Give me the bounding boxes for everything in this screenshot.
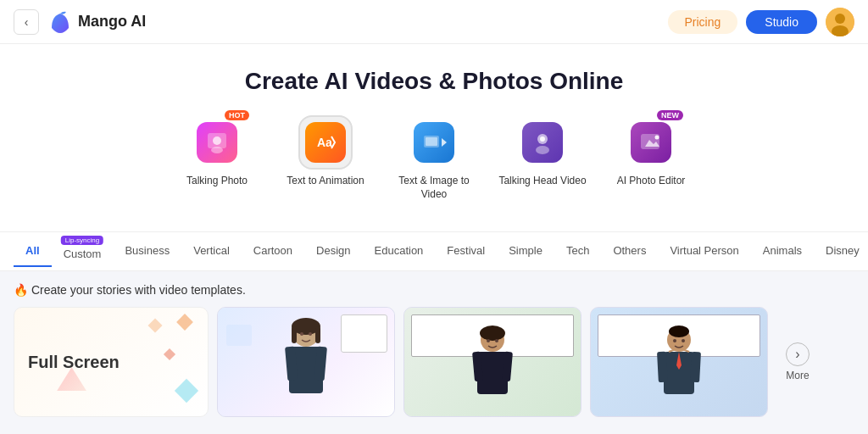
category-tabs: All Lip-syncing Custom Business Vertical…	[0, 231, 868, 271]
cat-tab-animals[interactable]: Animals	[751, 236, 814, 267]
cat-tab-simple[interactable]: Simple	[497, 236, 554, 267]
deco-rect2	[226, 325, 252, 346]
svg-point-23	[309, 332, 312, 336]
person-silhouette3	[645, 323, 713, 416]
cat-tab-education[interactable]: Education	[363, 236, 436, 267]
svg-point-38	[682, 339, 685, 342]
tool-label: Talking Photo	[186, 175, 248, 188]
tool-label: Text to Animation	[287, 175, 364, 188]
svg-point-14	[655, 136, 659, 140]
templates-header: 🔥 Create your stories with video templat…	[14, 283, 854, 297]
svg-rect-33	[657, 352, 668, 383]
tool-icon-wrap	[407, 115, 461, 170]
tool-text-animation[interactable]: Aa Text to Animation	[279, 115, 372, 201]
text-image-video-icon	[414, 122, 454, 163]
cat-tab-festival[interactable]: Festival	[435, 236, 497, 267]
tool-photo-editor[interactable]: NEW AI Photo Editor	[604, 115, 698, 201]
svg-rect-20	[292, 326, 297, 343]
tool-talking-head[interactable]: Talking Head Video	[496, 115, 589, 201]
svg-rect-21	[315, 326, 320, 343]
svg-point-37	[673, 339, 676, 342]
page-title: Create AI Videos & Photos Online	[0, 68, 868, 95]
studio-button[interactable]: Studio	[746, 10, 817, 34]
svg-text:Aa: Aa	[317, 136, 332, 149]
cat-tab-custom[interactable]: Lip-syncing Custom	[52, 232, 114, 270]
new-badge: NEW	[657, 110, 683, 120]
logo-icon	[47, 9, 73, 35]
tool-text-image-video[interactable]: Text & Image to Video	[387, 115, 481, 201]
cat-tab-virtual-person[interactable]: Virtual Person	[658, 236, 750, 267]
svg-point-30	[495, 339, 498, 342]
tool-cards: HOT Talking Photo Aa Text to Animation T…	[0, 115, 868, 201]
template-person1[interactable]	[217, 307, 395, 417]
cat-tab-vertical[interactable]: Vertical	[181, 236, 242, 267]
cat-tab-tech[interactable]: Tech	[554, 236, 601, 267]
more-circle-icon: ›	[786, 342, 810, 366]
cat-tab-all[interactable]: All	[14, 236, 52, 267]
talking-head-icon	[522, 122, 563, 163]
header-left: ‹ Mango AI	[14, 9, 146, 35]
talking-photo-icon	[197, 122, 237, 163]
svg-point-12	[540, 136, 545, 142]
tool-icon-wrap	[515, 115, 570, 170]
tool-label: Text & Image to Video	[387, 175, 481, 201]
tool-label: Talking Head Video	[498, 175, 586, 188]
logo-text: Mango AI	[78, 13, 146, 31]
template-fullscreen[interactable]: Full Screen	[14, 307, 209, 417]
cat-tab-business[interactable]: Business	[113, 236, 181, 267]
chevron-right-icon: ›	[795, 347, 799, 362]
template-person3[interactable]	[590, 307, 768, 417]
more-button[interactable]: › More	[776, 307, 819, 417]
header-right: Pricing Studio	[668, 8, 855, 36]
avatar-image	[826, 8, 854, 36]
person-silhouette	[268, 314, 344, 416]
back-button[interactable]: ‹	[14, 9, 39, 35]
deco-diamond2	[164, 348, 175, 360]
deco-diamond3	[175, 379, 198, 403]
main-content: Create AI Videos & Photos Online HOT Tal…	[0, 44, 868, 231]
more-label: More	[786, 370, 809, 381]
full-screen-label: Full Screen	[28, 353, 120, 372]
svg-point-4	[213, 136, 221, 145]
tool-icon-wrap: HOT	[190, 115, 244, 170]
svg-point-36	[669, 326, 689, 337]
cat-tab-cartoon[interactable]: Cartoon	[242, 236, 304, 267]
pricing-button[interactable]: Pricing	[668, 10, 738, 34]
cat-tab-others[interactable]: Others	[601, 236, 658, 267]
photo-editor-icon	[631, 122, 671, 163]
cat-tab-design[interactable]: Design	[304, 236, 362, 267]
templates-grid: Full Screen	[14, 307, 854, 417]
svg-rect-9	[426, 137, 437, 146]
tool-label: AI Photo Editor	[617, 175, 686, 188]
tool-icon-wrap-active: Aa	[298, 115, 353, 170]
deco-diamond	[176, 314, 193, 331]
tool-talking-photo[interactable]: HOT Talking Photo	[170, 115, 264, 201]
svg-point-1	[835, 14, 845, 24]
person-silhouette2	[459, 323, 526, 416]
back-icon: ‹	[25, 15, 29, 29]
header: ‹ Mango AI Pricing Studio	[0, 0, 868, 44]
svg-rect-34	[690, 352, 701, 383]
svg-point-5	[211, 147, 223, 153]
avatar[interactable]	[826, 8, 854, 36]
svg-point-28	[480, 326, 505, 341]
svg-point-11	[536, 146, 549, 154]
templates-section: 🔥 Create your stories with video templat…	[0, 271, 868, 417]
svg-point-22	[300, 332, 303, 336]
cat-tab-disney[interactable]: Disney	[814, 236, 868, 267]
svg-marker-8	[442, 138, 447, 147]
lip-sync-badge: Lip-syncing	[61, 236, 103, 245]
svg-point-29	[487, 339, 490, 342]
tool-icon-wrap: NEW	[624, 115, 678, 170]
whiteboard-small	[341, 314, 387, 353]
logo: Mango AI	[47, 9, 146, 35]
text-animation-icon: Aa	[305, 122, 346, 163]
template-person2[interactable]	[403, 307, 581, 417]
hot-badge: HOT	[225, 110, 249, 120]
deco-sm-diamond	[148, 319, 163, 333]
